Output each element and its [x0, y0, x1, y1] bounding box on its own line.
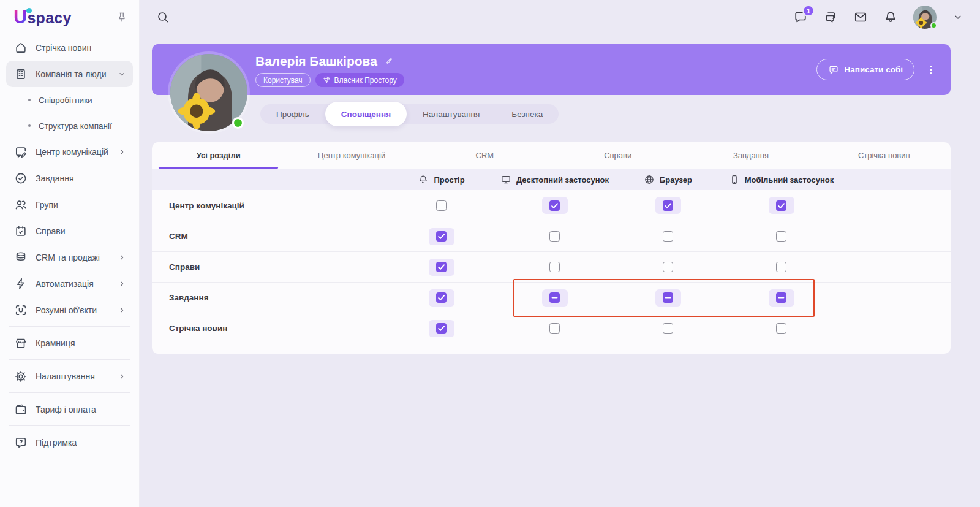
section-tab-communication-center[interactable]: Центр комунікацій: [285, 142, 418, 169]
sidebar-item-automation[interactable]: Автоматизація: [6, 270, 133, 297]
user-avatar[interactable]: [913, 6, 937, 29]
pin-sidebar-icon[interactable]: [116, 11, 128, 23]
search-icon[interactable]: [156, 10, 170, 25]
checkbox-newsfeed-mobile[interactable]: [776, 323, 786, 334]
row-label-newsfeed: Стрічка новин: [152, 324, 385, 333]
checkbox-tasks-browser[interactable]: [655, 289, 681, 307]
sidebar-item-crm-sales[interactable]: CRM та продажі: [6, 244, 133, 270]
checkbox-crm-desktop[interactable]: [549, 231, 560, 242]
column-header-space: Простір: [385, 174, 498, 185]
checkbox-tasks-mobile[interactable]: [769, 289, 794, 307]
profile-name: Валерія Башкірова: [255, 54, 377, 69]
checkbox-communication-center-browser[interactable]: [655, 197, 681, 214]
sidebar-item-support[interactable]: Підтримка: [6, 429, 133, 456]
sidebar-item-tariff-payment[interactable]: Тариф і оплата: [6, 396, 133, 422]
cell-communication-center-mobile: [725, 197, 838, 214]
row-label-tasks: Завдання: [152, 293, 385, 302]
sidebar-item-marketplace[interactable]: Крамниця: [6, 330, 133, 356]
chat-icon[interactable]: 1: [793, 10, 808, 25]
sidebar-item-company-people[interactable]: Компанія та люди: [6, 61, 133, 87]
bell-icon[interactable]: [883, 10, 898, 25]
kebab-menu-icon[interactable]: [925, 64, 937, 76]
chevron-down-icon[interactable]: [952, 11, 964, 23]
sidebar-item-communication-center[interactable]: Центр комунікацій: [6, 139, 133, 165]
sidebar-item-groups[interactable]: Групи: [6, 191, 133, 218]
sidebar-item-tasks[interactable]: Завдання: [6, 165, 133, 191]
tab-notifications[interactable]: Сповіщення: [325, 102, 407, 126]
section-tab-crm[interactable]: CRM: [418, 142, 551, 169]
building-icon: [14, 67, 28, 81]
tab-profile[interactable]: Профіль: [260, 104, 325, 124]
section-tab-tasks[interactable]: Завдання: [684, 142, 817, 169]
mail-icon[interactable]: [853, 10, 868, 25]
chevron-right-icon[interactable]: [117, 305, 127, 315]
profile-badges: КористувачВласник Простору: [255, 73, 404, 87]
monitor-icon: [500, 174, 511, 185]
database-icon: [14, 251, 28, 264]
sidebar-subitem-label: Структура компанії: [39, 121, 112, 131]
sidebar-item-activities[interactable]: Справи: [6, 218, 133, 244]
sidebar-item-settings[interactable]: Налаштування: [6, 363, 133, 389]
checkbox-crm-mobile[interactable]: [776, 231, 786, 242]
tab-security[interactable]: Безпека: [496, 104, 559, 124]
sidebar-item-smart-objects[interactable]: Розумні об'єкти: [6, 297, 133, 323]
wallet-icon: [14, 403, 28, 416]
chevron-right-icon[interactable]: [117, 147, 127, 157]
chevron-down-icon[interactable]: [117, 69, 127, 79]
sidebar-item-label: Тариф і оплата: [36, 405, 96, 414]
sidebar-item-label: Компанія та люди: [36, 69, 107, 79]
indeterminate-icon: [776, 292, 786, 303]
profile-avatar[interactable]: [170, 54, 247, 131]
profile-tabs: ПрофільСповіщенняНалаштуванняБезпека: [260, 104, 559, 124]
checkbox-activities-desktop[interactable]: [549, 262, 560, 272]
checkbox-activities-space[interactable]: [429, 259, 454, 276]
cell-activities-space: [385, 259, 498, 276]
chevron-right-icon[interactable]: [117, 372, 127, 381]
sidebar-item-label: Налаштування: [36, 372, 95, 381]
checkbox-communication-center-mobile[interactable]: [769, 197, 794, 214]
checkbox-communication-center-desktop[interactable]: [542, 197, 568, 214]
sidebar-item-label: Розумні об'єкти: [36, 305, 97, 315]
checkbox-newsfeed-browser[interactable]: [663, 323, 673, 334]
chats-icon[interactable]: [823, 10, 838, 25]
checkbox-tasks-space[interactable]: [429, 289, 454, 307]
checkbox-communication-center-space[interactable]: [436, 200, 447, 211]
sidebar-subitem-employees[interactable]: Співробітники: [6, 87, 133, 113]
chevron-right-icon[interactable]: [117, 253, 127, 262]
help-icon: [14, 436, 28, 449]
sidebar-item-label: Завдання: [36, 173, 74, 183]
checkbox-tasks-desktop[interactable]: [542, 289, 568, 307]
section-tab-all-sections[interactable]: Усі розділи: [152, 142, 285, 169]
tab-settings[interactable]: Налаштування: [407, 104, 496, 124]
uspacy-logo[interactable]: U spacy: [13, 7, 72, 27]
checkbox-activities-mobile[interactable]: [776, 262, 786, 272]
checkbox-activities-browser[interactable]: [663, 262, 673, 272]
sidebar-subitem-company-structure[interactable]: Структура компанії: [6, 113, 133, 139]
edit-name-icon[interactable]: [384, 56, 394, 66]
table-row-communication-center: Центр комунікацій: [152, 190, 951, 221]
cell-tasks-desktop: [498, 289, 611, 307]
sidebar-item-newsfeed[interactable]: Стрічка новин: [6, 34, 133, 61]
notification-table-body: Центр комунікаційCRMСправиЗавданняСтрічк…: [152, 190, 951, 354]
checked-icon: [549, 200, 560, 211]
topbar: 1: [140, 0, 980, 34]
cell-crm-mobile: [725, 231, 838, 242]
column-header-label: Простір: [434, 175, 464, 185]
checkbox-newsfeed-desktop[interactable]: [549, 323, 560, 334]
checkbox-newsfeed-space[interactable]: [429, 320, 454, 337]
column-header-label: Мобільний застосунок: [745, 175, 834, 185]
chevron-right-icon[interactable]: [117, 279, 127, 289]
checkbox-crm-space[interactable]: [429, 228, 454, 245]
message-self-label: Написати собі: [845, 65, 903, 74]
cell-crm-desktop: [498, 231, 611, 242]
checked-icon: [663, 200, 673, 211]
gear-icon: [14, 370, 28, 383]
message-self-button[interactable]: Написати собі: [816, 59, 914, 80]
section-tab-activities[interactable]: Справи: [551, 142, 684, 169]
sidebar-subitem-label: Співробітники: [39, 96, 92, 105]
bullet-icon: [28, 124, 31, 127]
checkbox-crm-browser[interactable]: [663, 231, 673, 242]
section-tab-newsfeed[interactable]: Стрічка новин: [818, 142, 951, 169]
notification-settings-card: Усі розділиЦентр комунікаційCRMСправиЗав…: [152, 142, 951, 354]
diamond-icon: [323, 75, 331, 85]
